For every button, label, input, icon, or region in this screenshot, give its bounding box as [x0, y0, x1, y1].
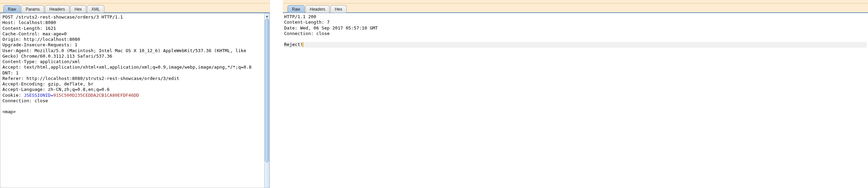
response-tab-raw[interactable]: Raw: [288, 5, 305, 13]
request-tab-headers[interactable]: Headers: [45, 5, 69, 13]
scroll-up-icon[interactable]: ▲: [265, 13, 269, 19]
request-content-wrap: POST /struts2-rest-showcase/orders/3 HTT…: [0, 13, 270, 188]
request-scrollbar[interactable]: ▲: [264, 13, 270, 188]
response-panel: Raw Headers Hex HTTP/1.1 200 Content-Len…: [283, 0, 868, 188]
response-top-strip: [283, 0, 868, 3]
response-raw-content[interactable]: HTTP/1.1 200 Content-Length: 7 Date: Wed…: [283, 13, 868, 188]
response-content-wrap: HTTP/1.1 200 Content-Length: 7 Date: Wed…: [283, 13, 868, 188]
scroll-thumb[interactable]: [265, 19, 269, 162]
response-tabs: Raw Headers Hex: [283, 3, 868, 13]
request-tab-xml[interactable]: XML: [87, 5, 104, 13]
request-top-strip: [0, 0, 270, 3]
response-tab-hex[interactable]: Hex: [330, 5, 346, 13]
request-panel: Raw Params Headers Hex XML POST /struts2…: [0, 0, 270, 188]
request-tab-hex[interactable]: Hex: [70, 5, 86, 13]
scroll-track[interactable]: [265, 19, 269, 188]
panel-divider[interactable]: [270, 0, 283, 188]
request-raw-content[interactable]: POST /struts2-rest-showcase/orders/3 HTT…: [0, 13, 264, 188]
request-tab-raw[interactable]: Raw: [3, 5, 21, 13]
request-tabs: Raw Params Headers Hex XML: [0, 3, 270, 13]
response-tab-headers[interactable]: Headers: [305, 5, 330, 13]
request-tab-params[interactable]: Params: [21, 5, 44, 13]
